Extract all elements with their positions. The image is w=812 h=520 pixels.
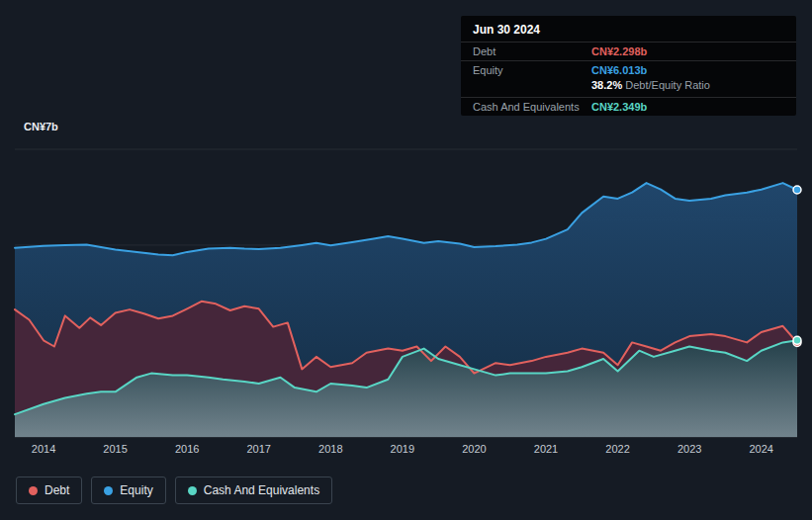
legend-item-label: Debt xyxy=(45,483,69,497)
x-axis-tick: 2014 xyxy=(32,443,55,455)
x-axis-tick: 2016 xyxy=(175,443,199,455)
legend-item-label: Equity xyxy=(120,483,152,497)
tooltip-row-cash: Cash And Equivalents CN¥2.349b xyxy=(461,97,796,116)
legend-item-label: Cash And Equivalents xyxy=(204,483,319,497)
tooltip-date: Jun 30 2024 xyxy=(461,16,796,42)
equity-end-marker xyxy=(793,186,801,194)
x-axis-tick: 2017 xyxy=(246,443,270,455)
tooltip-ratio-pct: 38.2% xyxy=(591,79,622,91)
cash-legend-dot xyxy=(188,486,197,495)
x-axis-tick: 2020 xyxy=(462,443,486,455)
legend: DebtEquityCash And Equivalents xyxy=(16,477,332,504)
x-axis-tick: 2021 xyxy=(534,443,558,455)
x-axis-tick: 2015 xyxy=(103,443,127,455)
legend-item-cash[interactable]: Cash And Equivalents xyxy=(175,477,332,504)
tooltip-cash-value: CN¥2.349b xyxy=(591,101,647,113)
tooltip-row-ratio: 38.2% Debt/Equity Ratio xyxy=(461,79,796,97)
x-axis-tick: 2018 xyxy=(318,443,342,455)
tooltip-debt-value: CN¥2.298b xyxy=(591,45,647,57)
cash-end-marker xyxy=(793,336,801,344)
debt-legend-dot xyxy=(29,486,38,495)
tooltip-row-debt: Debt CN¥2.298b xyxy=(461,42,796,60)
tooltip-ratio-label: Debt/Equity Ratio xyxy=(625,79,710,91)
chart-svg[interactable] xyxy=(15,149,797,437)
x-axis-tick: 2019 xyxy=(391,443,414,455)
tooltip-ratio: 38.2% Debt/Equity Ratio xyxy=(591,79,710,91)
equity-legend-dot xyxy=(104,486,113,495)
tooltip-equity-value: CN¥6.013b xyxy=(591,64,647,76)
x-axis-tick: 2022 xyxy=(605,443,629,455)
tooltip-equity-label: Equity xyxy=(473,64,591,76)
tooltip-debt-label: Debt xyxy=(473,45,591,57)
legend-item-equity[interactable]: Equity xyxy=(91,477,165,504)
tooltip: Jun 30 2024 Debt CN¥2.298b Equity CN¥6.0… xyxy=(461,16,796,116)
legend-item-debt[interactable]: Debt xyxy=(16,477,82,504)
x-axis-tick: 2024 xyxy=(749,443,772,455)
tooltip-cash-label: Cash And Equivalents xyxy=(473,101,591,113)
x-axis-tick: 2023 xyxy=(677,443,701,455)
y-axis-label-top: CN¥7b xyxy=(24,121,58,132)
tooltip-row-equity: Equity CN¥6.013b xyxy=(461,60,796,79)
x-axis: 2014201520162017201820192020202120222023… xyxy=(15,443,797,457)
